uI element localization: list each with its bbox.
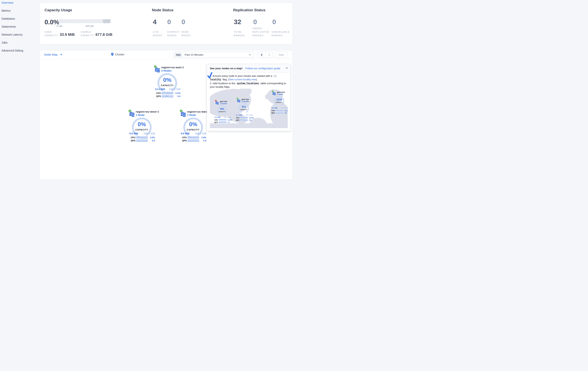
- cpu-label: CPU: [214, 119, 218, 121]
- qps-value: 4.7: [228, 121, 230, 123]
- cpu-value: 12.3%: [284, 110, 288, 112]
- close-icon[interactable]: ✕: [285, 66, 288, 70]
- healthy-check-icon: [128, 110, 131, 112]
- mini-gauge-percent: 9%: [217, 107, 228, 110]
- capacity-gauge-percent: 0%: [132, 121, 152, 128]
- node-map-preview: ! geo=sfo 2 Nodes 9% CAPACITY 3.2 GiB 35…: [210, 89, 288, 128]
- mini-gauge-label: CAPACITY: [217, 111, 228, 112]
- cpu-sparkline: [276, 110, 284, 111]
- qps-label: QPS: [236, 119, 240, 121]
- mini-used-capacity: 3.7 GiB: [236, 114, 242, 116]
- used-capacity-value: 33.9 MiB: [60, 32, 75, 37]
- chevron-left-icon: [261, 53, 263, 56]
- qps-value: 0.0: [249, 119, 252, 121]
- view-mode-label: Node Map: [44, 53, 58, 56]
- region-nodes-link[interactable]: 1 Node: [136, 113, 145, 116]
- node-map-toolbar: Node Map Cluster 10m Past 10 Minutes: [40, 50, 293, 59]
- dead-nodes-label: DEADNODES: [181, 30, 191, 37]
- under-replicated-count: 0: [253, 18, 257, 26]
- region-total-capacity: 338.9 GiB: [169, 88, 180, 91]
- capacity-gauge-label: CAPACITY: [132, 129, 152, 131]
- now-button[interactable]: Now: [275, 52, 287, 58]
- cluster-summary-panel: Capacity Usage 0.0% 0 GiB 400 GiB USEDCA…: [40, 3, 293, 44]
- dead-nodes-count: 0: [181, 18, 185, 26]
- mini-total-capacity: 34.4 GiB: [281, 107, 288, 109]
- qps-sparkline: [136, 139, 148, 142]
- mini-capacity-gauge: 10% CAPACITY: [274, 96, 284, 107]
- qps-sparkline: [188, 139, 199, 142]
- qps-label: QPS: [271, 112, 275, 114]
- usable-capacity-value: 677.8 GiB: [95, 32, 112, 37]
- live-nodes-label: LIVENODES: [153, 30, 162, 37]
- time-range-dropdown[interactable]: 10m Past 10 Minutes: [173, 52, 254, 58]
- time-step-buttons: [258, 52, 273, 58]
- database-icon: [129, 111, 135, 117]
- region-name: region=eu-west-1: [136, 110, 159, 113]
- sidebar-item-statements[interactable]: Statements: [1, 25, 16, 29]
- sidebar-item-metrics[interactable]: Metrics: [1, 9, 11, 13]
- suspect-nodes-label: SUSPECTNODES: [167, 30, 180, 37]
- mini-used-capacity: 3.2 GiB: [214, 116, 220, 118]
- region-nodes-link[interactable]: 2 Nodes: [161, 69, 172, 72]
- time-forward-button[interactable]: [265, 52, 273, 58]
- qps-sparkline: [240, 119, 248, 121]
- total-ranges-count: 32: [234, 18, 241, 26]
- view-mode-dropdown[interactable]: Node Map: [44, 53, 62, 56]
- sidebar-item-jobs[interactable]: Jobs: [1, 41, 8, 45]
- capacity-usage-title: Capacity Usage: [44, 8, 72, 12]
- mini-total-capacity: 35.1 GiB: [224, 116, 231, 118]
- usable-capacity-label: USABLECAPACITY: [81, 30, 94, 37]
- capacity-tick-label-0: 0 GiB: [57, 25, 62, 27]
- map-land-band: [210, 123, 288, 128]
- database-icon: !: [216, 101, 219, 105]
- sidebar: Overview Metrics Databases Statements Ne…: [0, 0, 38, 186]
- cpu-label: CPU: [236, 117, 240, 119]
- map-region-name: geo=nyc: [242, 98, 249, 100]
- mini-capacity-gauge: 9% CAPACITY: [217, 105, 228, 116]
- time-range-label: Past 10 Minutes: [185, 53, 249, 56]
- capacity-gauge-percent: 0%: [183, 121, 203, 128]
- sidebar-item-databases[interactable]: Databases: [1, 17, 15, 21]
- breadcrumb-label: Cluster: [115, 53, 125, 56]
- healthy-check-icon: [272, 90, 274, 92]
- tooltip-steps: 1. Ensure every node in your cluster was…: [210, 74, 288, 89]
- qps-label: QPS: [214, 121, 218, 123]
- capacity-gauge-label: CAPACITY: [157, 84, 177, 87]
- sidebar-item-overview[interactable]: Overview: [1, 1, 13, 5]
- qps-label: QPS: [182, 139, 187, 142]
- map-region-nodes: 2 Nodes: [220, 103, 227, 105]
- locality-tree-link[interactable]: See current locality tree: [229, 78, 256, 81]
- unavailable-ranges-label: UNAVAILABLERANGES: [272, 30, 290, 37]
- region-used-capacity: 9.6 MiB: [181, 132, 190, 135]
- capacity-tick: [105, 23, 105, 25]
- configuration-guide-link[interactable]: Follow our configuration guide: [245, 67, 280, 70]
- caret-down-icon: [60, 54, 62, 55]
- database-icon: [155, 66, 160, 72]
- mini-used-capacity: 3.6 GiB: [271, 107, 277, 109]
- tooltip-header: See your nodes on a map! Follow our conf…: [207, 64, 290, 73]
- region-name: region=us-east-1: [161, 66, 184, 69]
- database-icon: [181, 111, 186, 117]
- capacity-bar: [59, 19, 110, 23]
- healthy-check-icon: [236, 97, 239, 100]
- unavailable-ranges-count: 0: [272, 18, 276, 26]
- cpu-value: 2.8%: [201, 136, 206, 139]
- qps-value: 0.0: [284, 112, 287, 114]
- node-status-title: Node Status: [152, 8, 174, 12]
- total-ranges-label: TOTALRANGES: [234, 30, 245, 37]
- qps-label: QPS: [131, 139, 135, 142]
- region-total-capacity: 169.5 GiB: [195, 132, 206, 135]
- qps-sparkline: [219, 121, 226, 123]
- sidebar-item-network-latency[interactable]: Network Latency: [1, 33, 22, 37]
- capacity-gauge-percent: 0%: [157, 77, 177, 83]
- region-used-capacity: 14.4 MiB: [155, 88, 165, 91]
- map-region-name: geo=ams: [277, 91, 285, 93]
- capacity-tick: [89, 23, 89, 25]
- capacity-bar-reserved-segment: [103, 19, 110, 23]
- region-nodes-link[interactable]: 1 Node: [187, 113, 196, 116]
- time-back-button[interactable]: [258, 52, 265, 58]
- error-badge-icon: !: [215, 100, 217, 102]
- breadcrumb[interactable]: Cluster: [111, 53, 125, 56]
- cpu-value: 11.0%: [228, 119, 232, 121]
- sidebar-item-advanced-debug[interactable]: Advanced Debug: [1, 49, 23, 53]
